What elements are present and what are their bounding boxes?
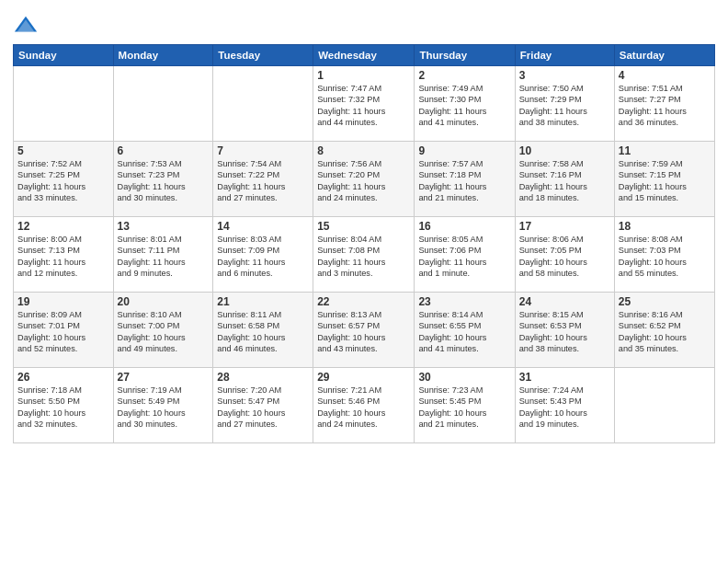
day-number: 13	[118, 220, 210, 233]
calendar-cell	[14, 66, 114, 142]
day-info: Sunrise: 8:05 AM Sunset: 7:06 PM Dayligh…	[418, 234, 510, 280]
calendar-header-tuesday: Tuesday	[213, 45, 313, 66]
day-number: 5	[17, 144, 109, 157]
calendar-cell: 7Sunrise: 7:54 AM Sunset: 7:22 PM Daylig…	[213, 142, 313, 217]
day-info: Sunrise: 7:24 AM Sunset: 5:43 PM Dayligh…	[519, 385, 610, 431]
calendar-cell: 14Sunrise: 8:03 AM Sunset: 7:09 PM Dayli…	[213, 217, 313, 293]
day-info: Sunrise: 8:00 AM Sunset: 7:13 PM Dayligh…	[17, 234, 109, 280]
day-info: Sunrise: 7:59 AM Sunset: 7:15 PM Dayligh…	[619, 158, 711, 204]
day-number: 12	[17, 220, 109, 233]
logo	[13, 13, 40, 39]
day-number: 15	[317, 220, 410, 233]
day-number: 19	[17, 295, 109, 308]
day-number: 17	[519, 220, 610, 233]
day-info: Sunrise: 7:58 AM Sunset: 7:16 PM Dayligh…	[519, 158, 610, 204]
calendar-cell: 28Sunrise: 7:20 AM Sunset: 5:47 PM Dayli…	[213, 368, 313, 443]
day-info: Sunrise: 7:49 AM Sunset: 7:30 PM Dayligh…	[418, 83, 510, 129]
day-info: Sunrise: 8:09 AM Sunset: 7:01 PM Dayligh…	[17, 309, 109, 355]
day-info: Sunrise: 7:23 AM Sunset: 5:45 PM Dayligh…	[418, 385, 510, 431]
day-number: 23	[418, 295, 510, 308]
calendar-cell: 21Sunrise: 8:11 AM Sunset: 6:58 PM Dayli…	[213, 293, 313, 368]
calendar-header-saturday: Saturday	[614, 45, 714, 66]
day-number: 22	[317, 295, 410, 308]
day-number: 6	[118, 144, 210, 157]
day-number: 3	[519, 69, 610, 82]
calendar-cell: 20Sunrise: 8:10 AM Sunset: 7:00 PM Dayli…	[113, 293, 213, 368]
day-info: Sunrise: 8:10 AM Sunset: 7:00 PM Dayligh…	[118, 309, 210, 355]
day-number: 14	[217, 220, 309, 233]
day-number: 24	[519, 295, 610, 308]
day-info: Sunrise: 7:57 AM Sunset: 7:18 PM Dayligh…	[418, 158, 510, 204]
calendar-header-monday: Monday	[113, 45, 213, 66]
day-number: 4	[619, 69, 711, 82]
calendar-cell: 12Sunrise: 8:00 AM Sunset: 7:13 PM Dayli…	[14, 217, 114, 293]
day-info: Sunrise: 7:56 AM Sunset: 7:20 PM Dayligh…	[317, 158, 410, 204]
calendar-cell: 16Sunrise: 8:05 AM Sunset: 7:06 PM Dayli…	[415, 217, 515, 293]
calendar-cell: 8Sunrise: 7:56 AM Sunset: 7:20 PM Daylig…	[313, 142, 415, 217]
day-info: Sunrise: 7:47 AM Sunset: 7:32 PM Dayligh…	[317, 83, 410, 129]
calendar-cell: 22Sunrise: 8:13 AM Sunset: 6:57 PM Dayli…	[313, 293, 415, 368]
calendar-cell: 6Sunrise: 7:53 AM Sunset: 7:23 PM Daylig…	[113, 142, 213, 217]
day-info: Sunrise: 8:03 AM Sunset: 7:09 PM Dayligh…	[217, 234, 309, 280]
calendar-cell	[113, 66, 213, 142]
calendar-cell: 1Sunrise: 7:47 AM Sunset: 7:32 PM Daylig…	[313, 66, 415, 142]
calendar-header-friday: Friday	[515, 45, 614, 66]
calendar-week-row: 19Sunrise: 8:09 AM Sunset: 7:01 PM Dayli…	[14, 293, 715, 368]
day-number: 10	[519, 144, 610, 157]
day-info: Sunrise: 8:11 AM Sunset: 6:58 PM Dayligh…	[217, 309, 309, 355]
day-info: Sunrise: 7:51 AM Sunset: 7:27 PM Dayligh…	[619, 83, 711, 129]
calendar-week-row: 1Sunrise: 7:47 AM Sunset: 7:32 PM Daylig…	[14, 66, 715, 142]
calendar-cell: 26Sunrise: 7:18 AM Sunset: 5:50 PM Dayli…	[14, 368, 114, 443]
calendar-week-row: 5Sunrise: 7:52 AM Sunset: 7:25 PM Daylig…	[14, 142, 715, 217]
day-info: Sunrise: 7:21 AM Sunset: 5:46 PM Dayligh…	[317, 385, 410, 431]
day-info: Sunrise: 7:19 AM Sunset: 5:49 PM Dayligh…	[118, 385, 210, 431]
day-number: 29	[317, 371, 410, 384]
day-info: Sunrise: 7:53 AM Sunset: 7:23 PM Dayligh…	[118, 158, 210, 204]
logo-icon	[13, 13, 39, 39]
day-info: Sunrise: 7:20 AM Sunset: 5:47 PM Dayligh…	[217, 385, 309, 431]
day-number: 20	[118, 295, 210, 308]
calendar-week-row: 12Sunrise: 8:00 AM Sunset: 7:13 PM Dayli…	[14, 217, 715, 293]
calendar-cell: 27Sunrise: 7:19 AM Sunset: 5:49 PM Dayli…	[113, 368, 213, 443]
calendar-cell: 9Sunrise: 7:57 AM Sunset: 7:18 PM Daylig…	[415, 142, 515, 217]
calendar-cell: 18Sunrise: 8:08 AM Sunset: 7:03 PM Dayli…	[614, 217, 714, 293]
calendar-cell: 10Sunrise: 7:58 AM Sunset: 7:16 PM Dayli…	[515, 142, 614, 217]
day-number: 1	[317, 69, 410, 82]
day-info: Sunrise: 8:08 AM Sunset: 7:03 PM Dayligh…	[619, 234, 711, 280]
calendar-cell: 11Sunrise: 7:59 AM Sunset: 7:15 PM Dayli…	[614, 142, 714, 217]
calendar-cell: 31Sunrise: 7:24 AM Sunset: 5:43 PM Dayli…	[515, 368, 614, 443]
calendar-cell: 25Sunrise: 8:16 AM Sunset: 6:52 PM Dayli…	[614, 293, 714, 368]
day-number: 31	[519, 371, 610, 384]
calendar-cell: 23Sunrise: 8:14 AM Sunset: 6:55 PM Dayli…	[415, 293, 515, 368]
calendar-header-wednesday: Wednesday	[313, 45, 415, 66]
day-number: 21	[217, 295, 309, 308]
day-number: 25	[619, 295, 711, 308]
calendar-header-sunday: Sunday	[14, 45, 114, 66]
calendar-cell: 19Sunrise: 8:09 AM Sunset: 7:01 PM Dayli…	[14, 293, 114, 368]
day-info: Sunrise: 8:06 AM Sunset: 7:05 PM Dayligh…	[519, 234, 610, 280]
day-info: Sunrise: 7:50 AM Sunset: 7:29 PM Dayligh…	[519, 83, 610, 129]
calendar-header-row: SundayMondayTuesdayWednesdayThursdayFrid…	[14, 45, 715, 66]
day-info: Sunrise: 7:54 AM Sunset: 7:22 PM Dayligh…	[217, 158, 309, 204]
calendar-cell: 30Sunrise: 7:23 AM Sunset: 5:45 PM Dayli…	[415, 368, 515, 443]
day-number: 11	[619, 144, 711, 157]
calendar-cell: 13Sunrise: 8:01 AM Sunset: 7:11 PM Dayli…	[113, 217, 213, 293]
day-number: 7	[217, 144, 309, 157]
day-info: Sunrise: 8:16 AM Sunset: 6:52 PM Dayligh…	[619, 309, 711, 355]
calendar-cell	[614, 368, 714, 443]
day-info: Sunrise: 8:01 AM Sunset: 7:11 PM Dayligh…	[118, 234, 210, 280]
day-info: Sunrise: 7:52 AM Sunset: 7:25 PM Dayligh…	[17, 158, 109, 204]
calendar-cell: 29Sunrise: 7:21 AM Sunset: 5:46 PM Dayli…	[313, 368, 415, 443]
day-info: Sunrise: 8:14 AM Sunset: 6:55 PM Dayligh…	[418, 309, 510, 355]
calendar-cell: 4Sunrise: 7:51 AM Sunset: 7:27 PM Daylig…	[614, 66, 714, 142]
calendar-cell: 17Sunrise: 8:06 AM Sunset: 7:05 PM Dayli…	[515, 217, 614, 293]
calendar-cell: 5Sunrise: 7:52 AM Sunset: 7:25 PM Daylig…	[14, 142, 114, 217]
calendar-header-thursday: Thursday	[415, 45, 515, 66]
calendar-week-row: 26Sunrise: 7:18 AM Sunset: 5:50 PM Dayli…	[14, 368, 715, 443]
calendar-cell	[213, 66, 313, 142]
day-number: 2	[418, 69, 510, 82]
day-number: 27	[118, 371, 210, 384]
day-number: 18	[619, 220, 711, 233]
day-info: Sunrise: 8:13 AM Sunset: 6:57 PM Dayligh…	[317, 309, 410, 355]
day-number: 26	[17, 371, 109, 384]
